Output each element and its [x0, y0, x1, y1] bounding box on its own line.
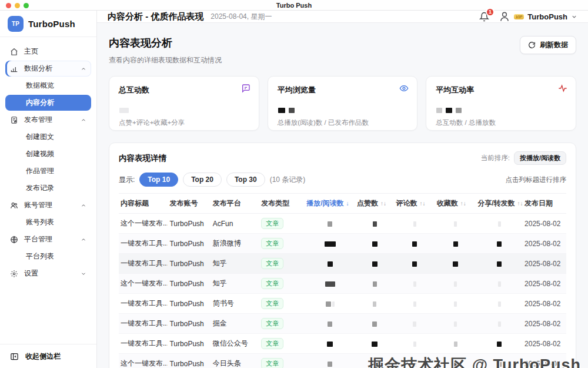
message-icon	[241, 84, 250, 93]
table-row[interactable]: 一键发布工具...TurboPush新浪微博文章2025-08-02	[119, 234, 566, 254]
minimize-window-button[interactable]	[15, 3, 20, 8]
column-header[interactable]: 评论数↑↓	[394, 194, 435, 214]
sidebar-item[interactable]: 发布记录	[5, 180, 91, 196]
account-cell: TurboPush	[168, 234, 211, 254]
column-header[interactable]: 分享/转发数↑↓	[476, 194, 523, 214]
refresh-data-label: 刷新数据	[540, 40, 568, 50]
sort-value-chip[interactable]: 按播放/阅读数	[514, 151, 566, 165]
metric-cell-redacted	[435, 214, 476, 234]
sidebar-item[interactable]: 主页	[5, 44, 91, 59]
metric-cell-redacted	[305, 214, 355, 234]
metric-cell-redacted	[435, 294, 476, 314]
sidebar-item[interactable]: 数据分析	[5, 61, 91, 77]
sidebar-item[interactable]: 作品管理	[5, 163, 91, 179]
users-icon	[10, 201, 19, 210]
page-breadcrumb-title: 内容分析 - 优质作品表现	[108, 11, 203, 22]
stat-caption: 总互动数 / 总播放数	[436, 118, 566, 127]
redacted-value	[413, 321, 416, 327]
sidebar-item[interactable]: 内容分析	[5, 95, 91, 111]
column-header-label: 发布类型	[261, 199, 289, 207]
metric-cell-redacted	[355, 334, 394, 354]
table-controls: 显示: Top 10Top 20Top 30 (10 条记录) 点击列标题进行排…	[119, 173, 566, 187]
column-header[interactable]: 发布平台	[211, 194, 260, 214]
top-filter-group: Top 10Top 20Top 30	[139, 173, 265, 187]
column-header[interactable]: 播放/阅读数↓	[305, 194, 355, 214]
platform-cell: 知乎	[211, 254, 260, 274]
user-menu[interactable]: VIP TurboPush	[499, 11, 577, 22]
column-header[interactable]: 收藏数↑↓	[435, 194, 476, 214]
collapse-sidebar-icon	[10, 352, 19, 361]
sidebar-item[interactable]: 账号管理	[5, 197, 91, 213]
publish-date-cell: 2025-08-02	[523, 234, 566, 254]
close-window-button[interactable]	[6, 3, 11, 8]
redacted-value	[373, 362, 377, 367]
table-row[interactable]: 这个一键发布...TurboPush今日头条文章2025-08-04	[119, 354, 566, 368]
sidebar-item[interactable]: 创建视频	[5, 146, 91, 162]
redacted-value	[119, 108, 129, 113]
filter-button-top-10[interactable]: Top 10	[139, 173, 178, 187]
column-header[interactable]: 点赞数↑↓	[355, 194, 394, 214]
sidebar-item-label: 数据分析	[24, 64, 52, 74]
chevron-down-icon	[571, 14, 577, 20]
metric-cell-redacted	[476, 294, 523, 314]
platform-cell: 今日头条	[211, 354, 260, 368]
publish-date-cell: 2025-08-02	[523, 254, 566, 274]
type-cell: 文章	[259, 254, 305, 274]
account-cell: TurboPush	[168, 294, 211, 314]
notifications-button[interactable]: 1	[479, 12, 489, 22]
sidebar-item[interactable]: 设置	[5, 266, 91, 281]
redacted-value	[454, 301, 457, 307]
collapse-sidebar-button[interactable]: 收起侧边栏	[0, 344, 96, 368]
stat-title: 总互动数	[119, 85, 249, 95]
window-controls[interactable]	[6, 3, 29, 8]
column-header[interactable]: 发布日期	[523, 194, 566, 214]
home-icon	[10, 47, 19, 56]
sidebar-item[interactable]: 平台管理	[5, 231, 91, 247]
table-row[interactable]: 这个一键发布...TurboPushAcFun文章2025-08-02	[119, 214, 566, 234]
publish-date-cell: 2025-08-02	[523, 294, 566, 314]
metric-cell-redacted	[476, 234, 523, 254]
refresh-icon	[528, 41, 536, 49]
column-header-label: 收藏数	[437, 199, 458, 207]
redacted-value	[498, 221, 501, 227]
sidebar-item[interactable]: 发布管理	[5, 112, 91, 128]
redacted-value	[453, 362, 458, 367]
column-header[interactable]: 发布类型	[259, 194, 305, 214]
column-header[interactable]: 发布账号	[168, 194, 211, 214]
table-row[interactable]: 这个一键发布...TurboPush知乎文章2025-08-02	[119, 274, 566, 294]
platform-cell: 简书号	[211, 294, 260, 314]
redacted-value	[413, 342, 416, 347]
platform-cell: 掘金	[211, 314, 260, 334]
redacted-value	[332, 301, 335, 307]
redacted-value	[373, 301, 376, 307]
redacted-value	[325, 281, 335, 287]
metric-cell-redacted	[476, 334, 523, 354]
zoom-window-button[interactable]	[24, 3, 29, 8]
redacted-value	[412, 241, 417, 247]
publish-date-cell: 2025-08-02	[523, 214, 566, 234]
redacted-value	[372, 342, 377, 347]
filter-button-top-20[interactable]: Top 20	[183, 173, 222, 187]
chevron-up-icon	[81, 117, 86, 123]
refresh-data-button[interactable]: 刷新数据	[520, 36, 576, 54]
column-header-label: 内容标题	[121, 199, 149, 207]
gear-icon	[10, 269, 19, 278]
table-row[interactable]: 一键发布工具...TurboPush简书号文章2025-08-02	[119, 294, 566, 314]
chevron-down-icon	[81, 271, 86, 277]
table-row[interactable]: 一键发布工具...TurboPush掘金文章2025-08-02	[119, 314, 566, 334]
sidebar-item[interactable]: 创建图文	[5, 129, 91, 145]
stat-value-redacted	[278, 107, 408, 114]
column-header[interactable]: 内容标题	[119, 194, 168, 214]
table-row[interactable]: 一键发布工具...TurboPush知乎文章2025-08-02	[119, 254, 566, 274]
column-header-label: 分享/转发数	[477, 199, 514, 207]
sidebar-item[interactable]: 数据概览	[5, 78, 91, 94]
stat-caption: 总播放(阅读)数 / 已发布作品数	[278, 118, 408, 127]
sidebar-item[interactable]: 平台列表	[5, 248, 91, 264]
metric-cell-redacted	[305, 314, 355, 334]
sort-both-icon: ↑↓	[419, 200, 425, 207]
sidebar-item[interactable]: 账号列表	[5, 214, 91, 230]
account-cell: TurboPush	[168, 254, 211, 274]
filter-button-top-30[interactable]: Top 30	[226, 173, 265, 187]
sort-desc-icon: ↓	[346, 200, 349, 207]
table-row[interactable]: 一键发布工具...TurboPush微信公众号文章2025-08-02	[119, 334, 566, 354]
